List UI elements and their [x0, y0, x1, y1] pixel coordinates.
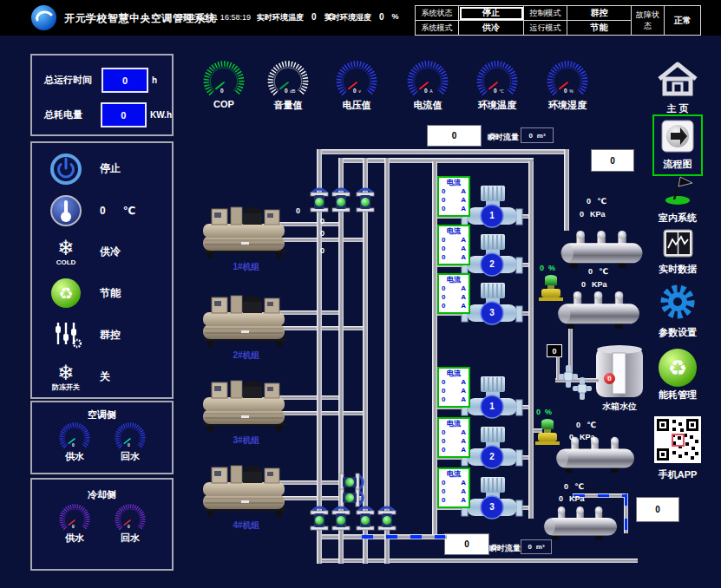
tank-pressure-label: 0KPa — [559, 494, 585, 503]
valve-opening-1: 0% — [540, 264, 555, 272]
valve-icon — [309, 506, 330, 533]
chiller-label: 4#机组 — [212, 519, 281, 532]
status-label: 控制模式 — [524, 6, 567, 21]
run-mode-value[interactable]: 节能 — [567, 21, 632, 36]
flow-meter-bottom-box: 0 — [444, 533, 489, 555]
pipe-readout: 0 — [320, 246, 324, 255]
chiller-label: 2#机组 — [212, 350, 281, 362]
system-status-table: 系统状态 停止 控制模式 群控 故障状态 正常 系统模式 供冷 运行模式 节能 — [415, 5, 701, 36]
pipe-readout: 0 — [320, 217, 324, 225]
pipe — [528, 161, 534, 519]
tank-temp-label: 0℃ — [564, 482, 584, 491]
header-bar: 开元学校智慧中央空调管理系统 2022-10-11 16:58:19 实时环境温… — [0, 0, 721, 36]
water-tank-label: 水箱水位 — [583, 401, 656, 413]
tank-temp-label: 0℃ — [587, 197, 606, 206]
scada-screen: 开元学校智慧中央空调管理系统 2022-10-11 16:58:19 实时环境温… — [0, 0, 721, 588]
env-temp-reading: 实时环境温度0℃ — [257, 12, 333, 23]
valve-icon — [337, 487, 364, 508]
pipe — [317, 149, 569, 154]
pump-number: 1 — [485, 209, 499, 223]
collector-tank — [555, 435, 635, 474]
valve-opening-2: 0% — [536, 408, 552, 416]
chiller-unit — [203, 376, 290, 434]
pipe-readout: 0 — [296, 206, 300, 215]
aux-box-bottom-right: 0 — [636, 497, 679, 522]
collector-tank — [560, 229, 644, 269]
app-logo-icon — [31, 5, 56, 30]
status-label: 运行模式 — [524, 21, 567, 36]
pipe-fitting-icon — [573, 377, 592, 400]
pump-current-box: 电流0A0A0A — [437, 225, 470, 265]
system-mode-value[interactable]: 供冷 — [459, 21, 524, 36]
tank-temp-label: 0℃ — [576, 421, 596, 429]
tank-temp-label: 0℃ — [588, 267, 608, 276]
chiller-label: 1#机组 — [212, 261, 281, 273]
control-mode-value[interactable]: 群控 — [567, 6, 632, 21]
flow-indicator — [625, 494, 627, 532]
pump-number: 2 — [485, 450, 499, 464]
valve-icon — [377, 506, 397, 533]
pump-unit: 电流0A0A0A 2 — [437, 417, 526, 473]
tank-pressure-label: 0KPa — [581, 280, 607, 289]
flow-indicator — [362, 535, 445, 539]
status-label: 系统模式 — [416, 21, 459, 36]
flow-label-top: 瞬时流量 — [488, 132, 519, 143]
pump-number: 3 — [485, 306, 499, 320]
pump-number: 1 — [485, 400, 499, 414]
valve-icon — [331, 187, 351, 215]
chiller-unit — [203, 203, 290, 260]
tank-pressure-label: 0KPa — [580, 210, 606, 219]
aux-box-top-right: 0 — [591, 149, 634, 172]
datetime: 2022-10-11 16:58:19 — [179, 13, 251, 22]
valve-icon — [309, 187, 330, 215]
status-label: 系统状态 — [416, 6, 459, 21]
collector-tank — [555, 290, 642, 330]
pump-current-box: 电流0A0A0A — [437, 176, 470, 217]
pump-unit: 电流0A0A0A 1 — [437, 367, 526, 422]
pump-unit: 电流0A0A0A 1 — [437, 176, 526, 232]
flow-value-bottom: 0m³ — [521, 539, 552, 554]
pump-unit: 电流0A0A0A 2 — [437, 225, 526, 280]
env-humidity-reading: 实时环境湿度0% — [324, 12, 399, 23]
pump-number: 3 — [485, 500, 499, 514]
valve-icon — [355, 187, 376, 215]
pump-unit: 电流0A0A0A 3 — [437, 467, 526, 523]
chiller-unit — [203, 461, 290, 519]
chiller-unit — [203, 291, 290, 349]
pipe-readout: 0 — [320, 229, 324, 238]
valve-icon — [331, 506, 351, 533]
water-tank-readout-box: 0 — [547, 344, 562, 357]
flow-value-top: 0m³ — [521, 127, 554, 143]
flow-diagram: 0 瞬时流量 0m³ 0 0 瞬时流量 0m³ 0 0% 0% 0 0 水箱水位… — [0, 36, 721, 588]
pipe — [564, 149, 569, 231]
pump-number: 2 — [485, 258, 499, 271]
collector-tank — [543, 505, 618, 541]
pump-current-box: 电流0A0A0A — [437, 417, 470, 458]
chiller-label: 3#机组 — [212, 434, 281, 447]
system-status-value[interactable]: 停止 — [459, 6, 524, 21]
pump-current-box: 电流0A0A0A — [437, 273, 470, 314]
pipe — [384, 158, 390, 564]
water-tank-level-badge: 0 — [604, 373, 615, 384]
flow-meter-top-box: 0 — [427, 125, 482, 147]
valve-icon — [355, 506, 376, 533]
fault-status-label: 故障状态 — [632, 6, 665, 36]
tank-pressure-label: 0KPa — [569, 433, 595, 441]
water-tank — [595, 343, 644, 399]
fault-status-value: 正常 — [665, 6, 701, 36]
pump-unit: 电流0A0A0A 3 — [437, 273, 526, 329]
pump-current-box: 电流0A0A0A — [437, 467, 470, 508]
flow-label-bottom: 瞬时流量 — [489, 543, 521, 554]
pump-current-box: 电流0A0A0A — [437, 367, 470, 408]
